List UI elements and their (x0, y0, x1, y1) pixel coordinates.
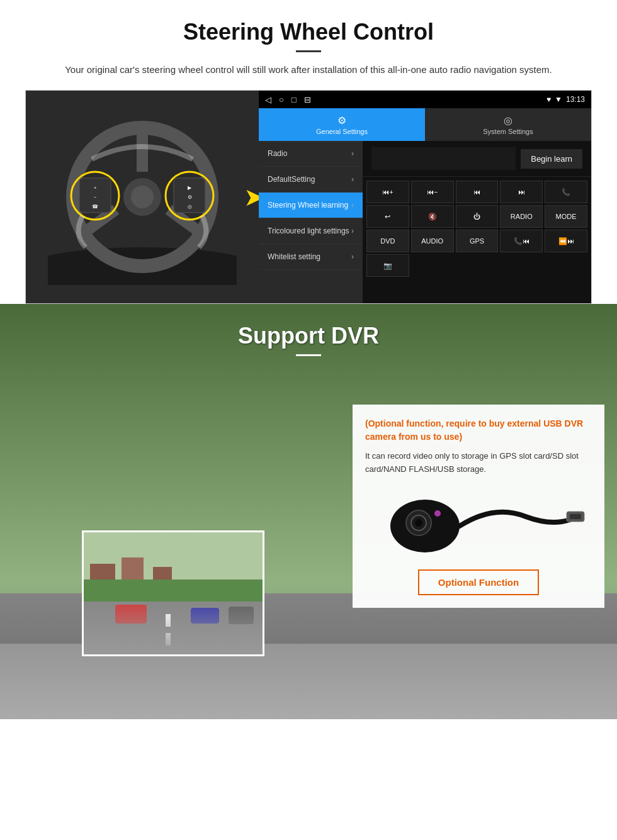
settings-icon: ⚙ (337, 115, 346, 126)
yellow-arrow-icon: ➤ (244, 182, 259, 211)
prev-icon: ⏮ (473, 188, 480, 196)
dvr-divider (296, 354, 321, 356)
system-icon: ◎ (504, 115, 512, 126)
svg-rect-28 (229, 607, 254, 624)
menu-steering-label: Steering Wheel learning (268, 201, 348, 210)
menu-tricolour-label: Tricoloured light settings (268, 227, 349, 235)
dvr-product-illustration (365, 485, 592, 561)
control-button-grid: ⏮+ ⏮− ⏮ ⏭ 📞 ↩ 🔇 ⏻ RADIO MODE DVD AUDIO (363, 177, 591, 281)
steering-wheel-svg: + − ☎ ▶ ⚙ ◎ (48, 109, 237, 285)
menu-item-radio[interactable]: Radio › (259, 141, 363, 167)
tab-bar: ⚙ General Settings ◎ System Settings (259, 108, 591, 141)
camera-icon: 📷 (383, 262, 392, 270)
time-display: 13:13 (566, 95, 585, 104)
power-button[interactable]: ⏻ (456, 205, 499, 228)
begin-learn-row: Begin learn (363, 141, 591, 177)
optional-function-button[interactable]: Optional Function (418, 569, 539, 595)
mode-label: MODE (556, 213, 577, 220)
steering-description: Your original car's steering wheel contr… (38, 62, 579, 77)
dvr-description: It can record video only to storage in G… (365, 450, 592, 476)
tab-general-label: General Settings (316, 128, 368, 135)
tab-general-settings[interactable]: ⚙ General Settings (259, 108, 425, 141)
phone-button[interactable]: 📞 (545, 181, 587, 203)
menu-item-steering[interactable]: Steering Wheel learning › (259, 193, 363, 218)
menu-item-whitelist[interactable]: Whitelist setting › (259, 244, 363, 270)
svg-point-7 (131, 186, 154, 208)
phone-prev-icon: 📞⏮ (514, 237, 529, 245)
mute-button[interactable]: 🔇 (411, 205, 454, 228)
recent-btn[interactable]: □ (292, 95, 297, 104)
phone-prev-button[interactable]: 📞⏮ (500, 230, 543, 252)
radio-button[interactable]: RADIO (500, 205, 543, 228)
dvr-footage-thumbnail (82, 530, 264, 656)
svg-rect-22 (84, 580, 264, 602)
vol-up-button[interactable]: ⏮+ (366, 181, 409, 203)
home-btn[interactable]: ○ (279, 95, 284, 104)
dvr-product-svg (368, 485, 589, 561)
dvr-section: Support DVR (0, 304, 617, 719)
steering-section: Steering Wheel Control Your original car… (0, 0, 617, 304)
svg-rect-24 (166, 614, 171, 627)
power-icon: ⏻ (473, 213, 480, 220)
svg-point-32 (415, 519, 422, 527)
tricolour-chevron-icon: › (351, 227, 354, 235)
menu-default-label: DefaultSetting (268, 175, 315, 184)
svg-rect-26 (115, 605, 147, 624)
dvr-footage-svg (84, 532, 264, 656)
svg-rect-25 (166, 633, 171, 646)
mode-button[interactable]: MODE (545, 205, 587, 228)
main-content: Radio › DefaultSetting › Steering Wheel … (259, 141, 591, 303)
steering-wheel-area: + − ☎ ▶ ⚙ ◎ ➤ (26, 91, 259, 303)
radio-label: RADIO (511, 213, 533, 220)
dvr-background: Support DVR (0, 304, 617, 719)
tab-system-label: System Settings (483, 128, 533, 135)
svg-rect-35 (570, 514, 581, 519)
back-btn[interactable]: ◁ (265, 95, 271, 104)
back-media-icon: ↩ (385, 213, 390, 221)
title-divider (296, 50, 321, 52)
svg-text:▶: ▶ (188, 185, 192, 191)
vol-down-button[interactable]: ⏮− (411, 181, 454, 203)
svg-text:+: + (94, 185, 97, 191)
menu-item-tricolour[interactable]: Tricoloured light settings › (259, 218, 363, 244)
status-bar: ◁ ○ □ ⊟ ♥ ▼ 13:13 (259, 91, 591, 108)
left-menu: Radio › DefaultSetting › Steering Wheel … (259, 141, 363, 303)
rewind-ff-icon: ⏪⏭ (558, 237, 574, 245)
mute-icon: 🔇 (428, 213, 437, 221)
dvr-title-block: Support DVR (0, 304, 617, 362)
menu-radio-label: Radio (268, 149, 287, 158)
gps-button[interactable]: GPS (456, 230, 499, 252)
learn-spacer (371, 147, 516, 170)
ui-panel: + − ☎ ▶ ⚙ ◎ ➤ (25, 90, 592, 304)
android-ui: ◁ ○ □ ⊟ ♥ ▼ 13:13 ⚙ General Settings (259, 91, 591, 303)
nav-buttons: ◁ ○ □ ⊟ (265, 95, 311, 104)
menu-item-default[interactable]: DefaultSetting › (259, 167, 363, 193)
svg-text:◎: ◎ (188, 204, 192, 210)
svg-rect-23 (84, 602, 264, 656)
svg-point-33 (434, 510, 441, 517)
audio-label: AUDIO (421, 237, 443, 245)
dvd-button[interactable]: DVD (366, 230, 409, 252)
audio-button[interactable]: AUDIO (411, 230, 454, 252)
tab-system-settings[interactable]: ◎ System Settings (425, 108, 591, 141)
svg-rect-27 (191, 608, 219, 624)
steering-chevron-icon: › (351, 201, 354, 210)
svg-text:−: − (94, 194, 97, 200)
back-media-button[interactable]: ↩ (366, 205, 409, 228)
svg-text:☎: ☎ (92, 204, 98, 210)
signal-icon: ♥ (546, 95, 551, 104)
vol-up-icon: ⏮+ (382, 188, 393, 196)
whitelist-chevron-icon: › (351, 252, 354, 261)
rewind-ff-button[interactable]: ⏪⏭ (545, 230, 587, 252)
next-track-button[interactable]: ⏭ (500, 181, 543, 203)
vol-down-icon: ⏮− (427, 188, 438, 196)
begin-learn-button[interactable]: Begin learn (521, 149, 582, 169)
right-panel: Begin learn ⏮+ ⏮− ⏮ ⏭ 📞 ↩ 🔇 ⏻ (363, 141, 591, 303)
menu-btn[interactable]: ⊟ (304, 95, 311, 104)
radio-chevron-icon: › (351, 149, 354, 158)
camera-button[interactable]: 📷 (366, 254, 409, 277)
next-icon: ⏭ (518, 188, 525, 196)
wifi-icon: ▼ (555, 95, 562, 104)
prev-track-button[interactable]: ⏮ (456, 181, 499, 203)
phone-icon: 📞 (562, 188, 570, 196)
